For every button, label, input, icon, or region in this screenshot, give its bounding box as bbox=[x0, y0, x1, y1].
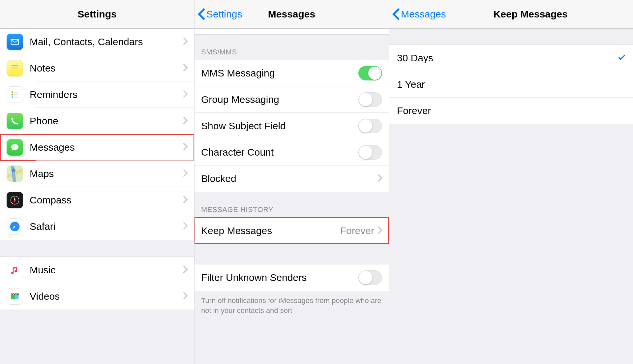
row-label: Phone bbox=[30, 115, 183, 127]
compass-icon bbox=[7, 192, 23, 208]
keep-messages-panel: Messages Keep Messages 30 Days 1 Year Fo… bbox=[389, 0, 633, 364]
row-character-count: Character Count bbox=[195, 139, 389, 166]
svg-point-10 bbox=[12, 168, 15, 172]
reminders-icon bbox=[7, 86, 23, 103]
row-label: Music bbox=[30, 264, 183, 276]
settings-row-messages[interactable]: Messages bbox=[0, 134, 194, 161]
option-1-year[interactable]: 1 Year bbox=[389, 71, 633, 98]
settings-row-music[interactable]: Music bbox=[0, 257, 194, 283]
row-blocked[interactable]: Blocked bbox=[195, 166, 389, 192]
checkmark-icon bbox=[617, 53, 626, 63]
svg-point-4 bbox=[12, 94, 13, 96]
row-label: Character Count bbox=[201, 147, 358, 158]
navbar-messages: Settings Messages bbox=[195, 0, 389, 29]
svg-rect-2 bbox=[12, 69, 18, 69]
toggle-char[interactable] bbox=[358, 145, 382, 160]
chevron-right-icon bbox=[183, 292, 188, 301]
settings-row-safari[interactable]: Safari bbox=[0, 213, 194, 240]
row-filter-unknown: Filter Unknown Senders bbox=[195, 264, 389, 291]
option-label: 30 Days bbox=[397, 52, 617, 64]
row-label: Safari bbox=[30, 221, 183, 232]
row-label: Videos bbox=[30, 291, 183, 302]
section-header-history: MESSAGE HISTORY bbox=[195, 192, 389, 217]
option-forever[interactable]: Forever bbox=[389, 98, 633, 124]
maps-icon bbox=[7, 166, 23, 182]
back-button[interactable]: Settings bbox=[198, 8, 242, 20]
safari-icon bbox=[7, 218, 23, 235]
settings-row-videos[interactable]: Videos bbox=[0, 283, 194, 310]
chevron-right-icon bbox=[183, 196, 188, 205]
svg-rect-1 bbox=[12, 67, 18, 67]
settings-panel: Settings Mail, Contacts, Calendars Notes bbox=[0, 0, 195, 364]
option-label: 1 Year bbox=[397, 79, 626, 90]
navbar-keep: Messages Keep Messages bbox=[389, 0, 633, 29]
chevron-right-icon bbox=[183, 265, 188, 275]
chevron-right-icon bbox=[183, 90, 188, 99]
messages-settings-panel: Settings Messages SMS/MMS MMS Messaging … bbox=[195, 0, 389, 364]
footer-note: Turn off notifications for iMessages fro… bbox=[195, 291, 389, 320]
chevron-right-icon bbox=[183, 169, 188, 178]
settings-row-compass[interactable]: Compass bbox=[0, 187, 194, 213]
phone-icon bbox=[7, 113, 23, 129]
chevron-right-icon bbox=[183, 143, 188, 152]
svg-rect-7 bbox=[14, 94, 18, 95]
videos-icon bbox=[7, 288, 23, 305]
messages-icon bbox=[7, 139, 23, 156]
row-label: Notes bbox=[30, 63, 183, 74]
toggle-mms[interactable] bbox=[358, 66, 382, 80]
svg-rect-17 bbox=[11, 295, 15, 299]
row-label: Keep Messages bbox=[201, 225, 340, 236]
chevron-right-icon bbox=[183, 37, 188, 46]
row-keep-messages[interactable]: Keep Messages Forever bbox=[195, 218, 389, 244]
section-header-sms: SMS/MMS bbox=[195, 35, 389, 60]
toggle-group[interactable] bbox=[358, 92, 382, 107]
svg-point-5 bbox=[12, 96, 13, 98]
row-mms-messaging: MMS Messaging bbox=[195, 60, 389, 86]
row-label: Reminders bbox=[30, 89, 183, 100]
mail-icon bbox=[7, 34, 23, 50]
row-show-subject: Show Subject Field bbox=[195, 113, 389, 139]
chevron-right-icon bbox=[377, 174, 382, 183]
back-button[interactable]: Messages bbox=[392, 8, 446, 20]
settings-row-phone[interactable]: Phone bbox=[0, 108, 194, 134]
chevron-right-icon bbox=[183, 222, 188, 231]
option-label: Forever bbox=[397, 105, 626, 116]
settings-row-mail[interactable]: Mail, Contacts, Calendars bbox=[0, 29, 194, 55]
page-title: Settings bbox=[77, 9, 116, 20]
back-label: Messages bbox=[401, 9, 446, 20]
page-title: Messages bbox=[268, 9, 315, 20]
row-label: Filter Unknown Senders bbox=[201, 272, 358, 283]
music-icon bbox=[7, 262, 23, 278]
page-title: Keep Messages bbox=[494, 9, 568, 20]
back-label: Settings bbox=[206, 9, 242, 20]
option-30-days[interactable]: 30 Days bbox=[389, 45, 633, 71]
svg-rect-8 bbox=[14, 97, 18, 98]
toggle-subject[interactable] bbox=[358, 119, 382, 133]
row-label: Show Subject Field bbox=[201, 120, 358, 132]
settings-row-maps[interactable]: Maps bbox=[0, 161, 194, 187]
chevron-right-icon bbox=[377, 226, 382, 235]
settings-row-reminders[interactable]: Reminders bbox=[0, 81, 194, 108]
toggle-filter[interactable] bbox=[358, 270, 382, 285]
svg-rect-0 bbox=[12, 65, 18, 66]
row-label: Messages bbox=[30, 142, 183, 153]
notes-icon bbox=[7, 60, 23, 76]
row-label: Compass bbox=[30, 195, 183, 206]
navbar-settings: Settings bbox=[0, 0, 194, 29]
svg-point-3 bbox=[12, 91, 13, 93]
svg-rect-6 bbox=[14, 92, 18, 93]
row-label: Group Messaging bbox=[201, 94, 358, 105]
row-group-messaging: Group Messaging bbox=[195, 86, 389, 113]
row-label: MMS Messaging bbox=[201, 68, 358, 79]
chevron-right-icon bbox=[183, 116, 188, 126]
row-label: Blocked bbox=[201, 173, 377, 184]
row-label: Maps bbox=[30, 168, 183, 179]
row-label: Mail, Contacts, Calendars bbox=[30, 36, 183, 47]
settings-row-notes[interactable]: Notes bbox=[0, 55, 194, 81]
row-value: Forever bbox=[340, 225, 374, 236]
chevron-right-icon bbox=[183, 64, 188, 73]
